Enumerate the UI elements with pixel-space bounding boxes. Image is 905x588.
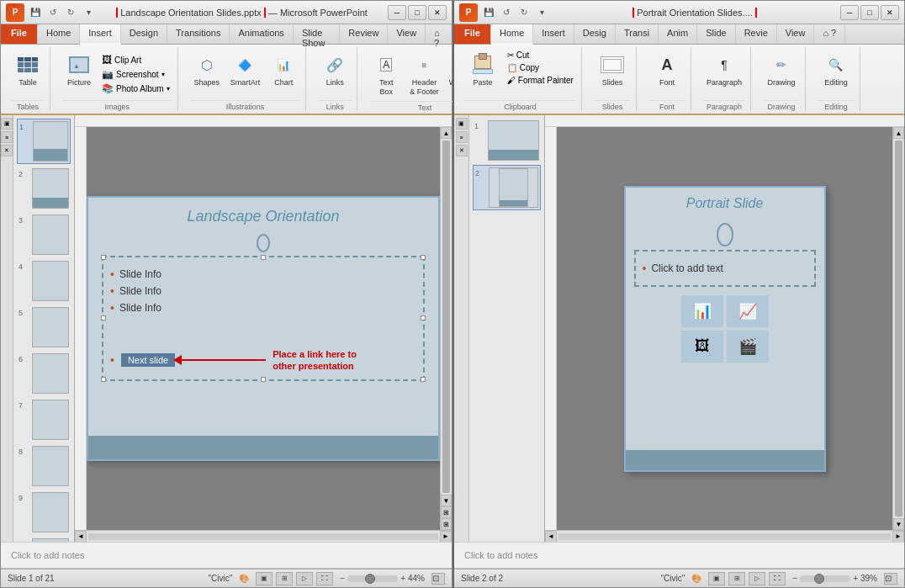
photoalbum-button[interactable]: 📚 Photo Album ▾: [99, 82, 172, 95]
left-canvas-area[interactable]: Landscape Orientation: [87, 127, 440, 530]
slides-button[interactable]: Slides: [594, 50, 631, 88]
scroll-thumb-right[interactable]: [895, 140, 902, 516]
minimize-btn-right[interactable]: ─: [840, 5, 859, 20]
normal-view-btn-r[interactable]: ▣: [708, 572, 725, 585]
slides-tab-btn-r[interactable]: ▣: [456, 118, 468, 130]
slide-thumb-3[interactable]: 3: [17, 213, 71, 257]
right-slide-thumb-2[interactable]: 2: [473, 165, 541, 210]
left-scrollbar-h[interactable]: ◄ ►: [75, 530, 452, 542]
portrait-content-box[interactable]: • Click to add text: [634, 250, 816, 287]
slide-thumb-8[interactable]: 8: [17, 444, 71, 488]
right-zoom-slider[interactable]: [800, 575, 850, 582]
left-scrollbar-v[interactable]: ▲ ▼ ⊞ ⊞: [440, 127, 452, 530]
editing-button[interactable]: 🔍 Editing: [818, 50, 855, 88]
outline-tab-btn[interactable]: ≡: [1, 131, 13, 143]
resize-handle-tm[interactable]: [261, 255, 266, 260]
smartart-button[interactable]: 🔷 SmartArt: [227, 50, 264, 89]
resize-handle-mr[interactable]: [421, 315, 426, 320]
slide-content-box[interactable]: • Slide Info • Slide Info • Slide Info: [102, 256, 425, 381]
right-zoom-thumb[interactable]: [814, 574, 824, 584]
close-panel-btn-r[interactable]: ✕: [456, 145, 468, 156]
fit-slide-btn-r[interactable]: ⊡: [884, 573, 897, 585]
zoom-in-btn[interactable]: +: [400, 574, 405, 583]
shapes-button[interactable]: ⬡ Shapes: [190, 50, 224, 89]
left-zoom-thumb[interactable]: [365, 574, 375, 584]
slide-thumb-1[interactable]: 1: [17, 119, 71, 164]
left-zoom-slider[interactable]: [347, 575, 398, 582]
slide-sorter-btn[interactable]: ⊞: [276, 572, 293, 585]
redo-btn-left[interactable]: ↻: [63, 5, 78, 20]
office-logo-left[interactable]: P: [6, 3, 24, 22]
headerfooter-button[interactable]: ≡ Header& Footer: [406, 50, 442, 98]
close-panel-btn[interactable]: ✕: [1, 145, 13, 156]
minimize-btn-left[interactable]: ─: [388, 5, 406, 20]
slide-thumb-5[interactable]: 5: [17, 305, 71, 349]
tab-insert-right[interactable]: Insert: [533, 24, 574, 44]
zoom-in-btn-r[interactable]: +: [853, 574, 858, 583]
tab-slideshow-left[interactable]: Slide Show: [294, 24, 340, 44]
right-scrollbar-v[interactable]: ▲ ▼: [892, 127, 904, 530]
left-notes-bar[interactable]: Click to add notes: [1, 542, 452, 569]
redo-btn-right[interactable]: ↻: [516, 5, 532, 20]
tab-view-right[interactable]: View: [777, 24, 815, 44]
office-logo-right[interactable]: P: [459, 3, 478, 22]
reading-view-btn[interactable]: ▷: [296, 572, 313, 585]
right-slide-thumb-1[interactable]: 1: [473, 119, 541, 162]
scroll-expand2-left[interactable]: ⊞: [441, 518, 452, 530]
tab-slide-right[interactable]: Slide: [697, 24, 735, 44]
portrait-icon-2[interactable]: 📈: [727, 295, 769, 327]
copy-btn[interactable]: 📋 Copy: [505, 62, 576, 73]
portrait-icon-4[interactable]: 🎬: [727, 331, 769, 363]
slide-thumb-2[interactable]: 2: [17, 167, 71, 210]
tab-design-right[interactable]: Desig: [574, 24, 616, 44]
resize-handle-bm[interactable]: [261, 377, 266, 382]
undo-btn-left[interactable]: ↺: [45, 5, 61, 20]
slide-thumb-7[interactable]: 7: [17, 398, 71, 442]
scroll-right-btn-r[interactable]: ►: [892, 531, 904, 543]
customize-btn-left[interactable]: ▾: [81, 5, 96, 20]
customize-btn-right[interactable]: ▾: [534, 5, 549, 20]
portrait-icon-1[interactable]: 📊: [681, 295, 723, 327]
slide-sorter-btn-r[interactable]: ⊞: [728, 572, 745, 585]
tab-transitions-right[interactable]: Transi: [616, 24, 659, 44]
slide-thumb-4[interactable]: 4: [17, 259, 71, 303]
resize-handle-br[interactable]: [421, 377, 426, 382]
scroll-left-btn[interactable]: ◄: [75, 531, 87, 543]
close-btn-right[interactable]: ✕: [881, 5, 899, 20]
close-btn-left[interactable]: ✕: [428, 5, 447, 20]
tab-view-left[interactable]: View: [388, 24, 426, 44]
save-btn-right[interactable]: 💾: [481, 5, 496, 20]
right-notes-bar[interactable]: Click to add notes: [454, 542, 904, 569]
scroll-down-right[interactable]: ▼: [893, 518, 904, 530]
undo-btn-right[interactable]: ↺: [499, 5, 514, 20]
cut-btn[interactable]: ✂ Cut: [505, 50, 576, 61]
slideshow-btn[interactable]: ⛶: [316, 572, 333, 585]
links-button[interactable]: 🔗 Links: [318, 50, 352, 89]
h-scroll-track-r[interactable]: [558, 533, 891, 540]
reading-view-btn-r[interactable]: ▷: [749, 572, 765, 585]
tab-home-left[interactable]: Home: [38, 24, 80, 44]
clipart-button[interactable]: 🖼 Clip Art: [99, 53, 172, 66]
resize-handle-tl[interactable]: [101, 255, 106, 260]
right-canvas-area[interactable]: Portrait Slide • Click to add text: [557, 127, 892, 530]
save-btn-left[interactable]: 💾: [28, 5, 43, 20]
scroll-left-btn-r[interactable]: ◄: [545, 531, 557, 543]
scroll-down-left[interactable]: ▼: [441, 495, 452, 506]
scroll-up-right[interactable]: ▲: [893, 127, 904, 139]
textbox-button[interactable]: A TextBox: [369, 50, 403, 98]
resize-handle-ml[interactable]: [101, 315, 106, 320]
h-scroll-track[interactable]: [88, 533, 438, 540]
font-button[interactable]: A Font: [648, 50, 685, 88]
slide-thumb-9[interactable]: 9: [17, 490, 71, 534]
resize-handle-bl[interactable]: [101, 377, 106, 382]
paragraph-button[interactable]: ¶ Paragraph: [703, 50, 745, 88]
table-button[interactable]: Table: [11, 50, 45, 89]
tab-file-right[interactable]: File: [454, 24, 491, 44]
outline-tab-btn-r[interactable]: ≡: [456, 131, 468, 143]
scroll-thumb-left[interactable]: [442, 140, 450, 493]
paste-button[interactable]: Paste: [464, 50, 501, 88]
slideshow-btn-r[interactable]: ⛶: [769, 572, 786, 585]
tab-animations-right[interactable]: Anim: [659, 24, 697, 44]
slide-thumb-6[interactable]: 6: [17, 352, 71, 395]
tab-file-left[interactable]: File: [1, 24, 38, 44]
